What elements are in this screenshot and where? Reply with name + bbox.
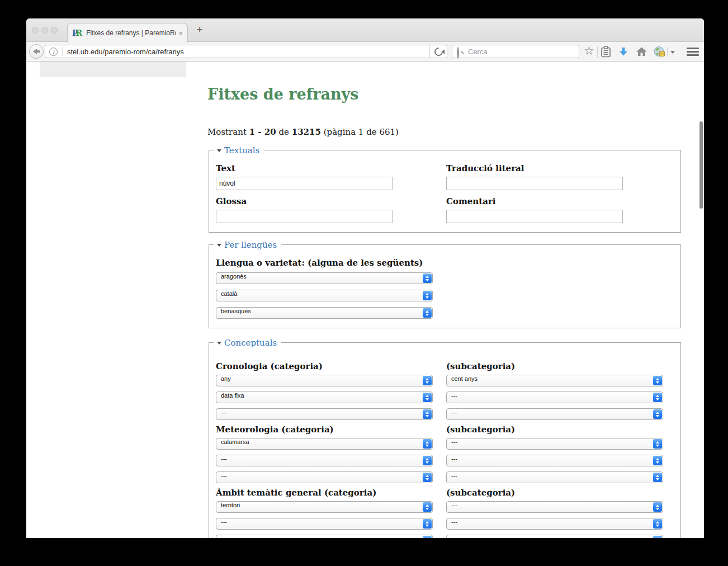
url-bar[interactable]: i stel.ub.edu/paremio-rom/ca/refranys [45,45,447,58]
fieldset-llengues-legend[interactable]: Per llengües [214,239,281,251]
page-content: Fitxes de refranys Mostrant 1 - 20 de 13… [26,62,704,538]
select-stepper-icon [423,519,432,529]
comentari-field[interactable] [446,210,623,223]
meteorologia-subcategoria-select-3[interactable]: --- [446,471,663,483]
paremiorom-favicon: PR [72,29,82,37]
meteorologia-categoria-select-3[interactable]: --- [216,471,433,483]
select-stepper-icon [653,502,662,512]
search-input[interactable] [467,47,579,56]
field-label-llengua: Llengua o varietat: (alguna de les següe… [216,258,674,268]
llengua-select-2[interactable]: català [216,290,433,301]
fieldset-textuals: Textuals Text Traducció literal Glossa [209,150,681,233]
field-label-subcategoria: (subcategoria) [446,362,663,371]
select-stepper-icon [423,502,432,512]
bookmark-star-icon[interactable]: ☆ [584,41,594,60]
select-row: calamarsa --- [216,438,674,450]
llengua-select-3[interactable]: benasquès [216,307,433,319]
downloads-icon[interactable] [618,42,628,62]
select-row: --- --- [216,471,674,483]
select-stepper-icon [423,308,432,318]
cronologia-categoria-select-3[interactable]: --- [216,408,433,420]
main-column: Fitxes de refranys Mostrant 1 - 20 de 13… [207,62,682,538]
select-stepper-icon [423,291,432,300]
fieldset-llengues: Per llengües Llengua o varietat: (alguna… [209,244,681,328]
sidebar-block [40,62,186,77]
select-stepper-icon [423,456,432,465]
browser-window: PR Fitxes de refranys | ParemioRo × + i … [26,18,704,538]
cronologia-subcategoria-select-2[interactable]: --- [446,392,663,403]
meteorologia-categoria-select-2[interactable]: --- [216,455,433,466]
ambit-subcategoria-select-2[interactable]: --- [446,518,663,530]
field-label-glossa: Glossa [216,197,433,206]
active-tab[interactable]: PR Fitxes de refranys | ParemioRo × [67,23,188,43]
ambit-subcategoria-select-3[interactable]: --- [446,535,663,538]
cronologia-subcategoria-select-3[interactable]: --- [446,408,663,420]
scrollbar-thumb[interactable] [699,121,703,209]
page-title: Fitxes de refranys [207,86,682,103]
tab-bar: PR Fitxes de refranys | ParemioRo × + [26,18,704,42]
legend-caret-icon [217,342,221,345]
results-summary: Mostrant 1 - 20 de 13215 (pàgina 1 de 66… [207,127,682,137]
legend-caret-icon [217,149,221,152]
select-stepper-icon [423,376,432,385]
fieldset-conceptuals-legend[interactable]: Conceptuals [214,337,281,348]
site-info-icon[interactable]: i [49,48,58,56]
field-label-meteorologia: Meteorologia (categoria) [216,425,433,435]
select-stepper-icon [423,273,432,283]
select-stepper-icon [653,409,662,419]
search-bar[interactable] [452,45,579,58]
select-stepper-icon [653,536,662,538]
ambit-categoria-select-3[interactable]: --- [216,535,433,538]
window-zoom-button[interactable] [51,27,58,34]
select-stepper-icon [653,519,662,529]
extension-globe-icon[interactable] [654,42,665,62]
new-tab-button[interactable]: + [193,23,206,36]
url-separator [62,47,63,56]
select-stepper-icon [423,393,432,402]
select-stepper-icon [653,456,662,465]
back-button[interactable] [29,44,44,59]
cronologia-categoria-select-2[interactable]: data fixa [216,392,433,403]
field-label-traduccio: Traducció literal [446,164,663,173]
field-label-comentari: Comentari [446,197,663,206]
meteorologia-subcategoria-select-1[interactable]: --- [446,438,663,450]
select-stepper-icon [653,439,662,449]
select-row: any cent anys [216,375,674,386]
window-minimize-button[interactable] [41,27,48,34]
traduccio-literal-field[interactable] [446,177,623,190]
select-stepper-icon [423,409,432,419]
reload-button[interactable] [430,45,447,58]
toolbar-separator [667,48,668,56]
select-stepper-icon [423,536,432,538]
text-field[interactable] [216,177,393,190]
cronologia-subcategoria-select-1[interactable]: cent anys [446,375,663,386]
fieldset-conceptuals: Conceptuals Cronologia (categoria) (subc… [209,342,681,538]
select-row: --- --- [216,535,674,538]
meteorologia-categoria-select-1[interactable]: calamarsa [216,438,433,450]
fieldset-textuals-legend[interactable]: Textuals [214,145,264,156]
window-close-button[interactable] [32,27,39,34]
select-stepper-icon [423,473,432,482]
bookmarks-clipboard-icon[interactable] [601,42,611,62]
llengua-select-1[interactable]: aragonès [216,272,433,284]
select-row: --- --- [216,455,674,466]
ambit-categoria-select-2[interactable]: --- [216,518,433,530]
tab-close-icon[interactable]: × [178,29,183,37]
menu-hamburger-icon[interactable] [687,48,699,58]
cronologia-categoria-select-1[interactable]: any [216,375,433,386]
meteorologia-subcategoria-select-2[interactable]: --- [446,455,663,466]
field-label-cronologia: Cronologia (categoria) [216,362,433,371]
select-stepper-icon [653,376,662,385]
legend-caret-icon [217,244,221,247]
navigation-toolbar: i stel.ub.edu/paremio-rom/ca/refranys ☆ [26,42,704,62]
select-stepper-icon [423,439,432,449]
glossa-field[interactable] [216,210,393,223]
select-row: data fixa --- [216,392,674,403]
home-icon[interactable] [636,42,647,62]
ambit-categoria-select-1[interactable]: territori [216,501,433,513]
tab-title: Fitxes de refranys | ParemioRo [86,29,176,37]
back-arrow-icon [33,49,40,54]
extension-dropdown-caret-icon[interactable] [670,51,675,54]
ambit-subcategoria-select-1[interactable]: --- [446,501,663,513]
select-row: --- --- [216,408,674,420]
